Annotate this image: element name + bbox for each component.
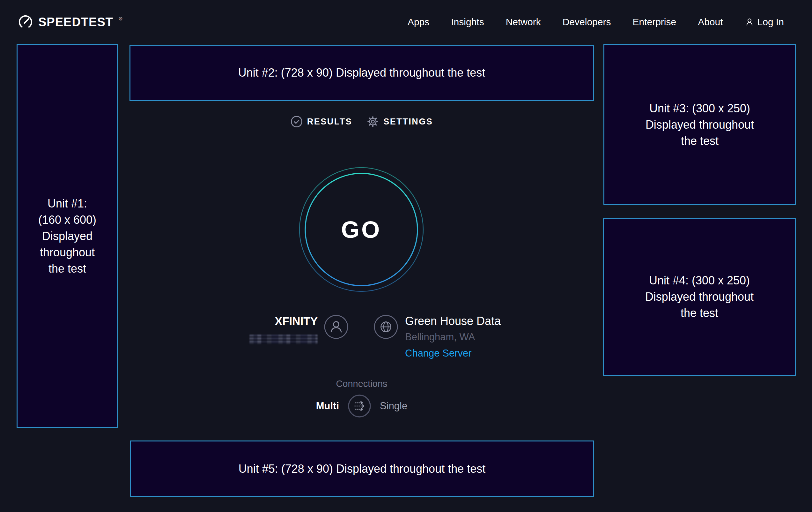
server-name: Green House Data [405, 315, 501, 327]
ad-unit-2-text: Unit #2: (728 x 90) Displayed throughout… [238, 64, 485, 81]
speedtest-page: SPEEDTEST ® Apps Insights Network Develo… [0, 0, 812, 512]
change-server-link[interactable]: Change Server [405, 348, 501, 359]
ad-unit-2[interactable]: Unit #2: (728 x 90) Displayed throughout… [129, 45, 594, 101]
nav-item-apps[interactable]: Apps [408, 17, 429, 27]
connection-info-row: XFINITY Green House Data Bellingham, WA … [0, 315, 812, 366]
login-button[interactable]: Log In [745, 17, 784, 27]
tab-settings[interactable]: SETTINGS [367, 115, 433, 128]
ad-unit-3[interactable]: Unit #3: (300 x 250) Displayed throughou… [603, 44, 796, 205]
logo-text: SPEEDTEST [38, 15, 113, 29]
nav-item-enterprise[interactable]: Enterprise [633, 17, 676, 27]
server-info: Green House Data Bellingham, WA Change S… [405, 315, 501, 359]
isp-user-icon [323, 314, 349, 340]
ad-unit-5-text: Unit #5: (728 x 90) Displayed throughout… [238, 461, 486, 477]
isp-name: XFINITY [223, 315, 318, 327]
nav-item-network[interactable]: Network [506, 17, 541, 27]
login-label: Log In [757, 17, 784, 27]
user-icon [745, 17, 754, 27]
connections-multi-option[interactable]: Multi [316, 400, 339, 412]
nav-item-developers[interactable]: Developers [562, 17, 611, 27]
go-button-label: GO [297, 166, 425, 293]
ad-unit-1[interactable]: Unit #1: (160 x 600) Displayed throughou… [17, 44, 118, 428]
gear-icon [367, 115, 379, 128]
ip-address-redacted [250, 334, 318, 344]
check-circle-icon [291, 115, 303, 128]
tab-results-label: RESULTS [307, 117, 352, 127]
multi-connection-toggle-icon[interactable] [347, 394, 372, 418]
ad-unit-5[interactable]: Unit #5: (728 x 90) Displayed throughout… [130, 440, 594, 497]
top-nav-bar: SPEEDTEST ® Apps Insights Network Develo… [0, 0, 812, 44]
ad-unit-4-text: Unit #4: (300 x 250) Displayed throughou… [645, 272, 754, 321]
connections-label: Connections [129, 379, 594, 389]
connections-single-option[interactable]: Single [380, 400, 407, 412]
server-globe-icon [373, 314, 399, 340]
logo-trademark: ® [119, 16, 122, 21]
ad-unit-1-text: Unit #1: (160 x 600) Displayed throughou… [38, 195, 96, 277]
server-location: Bellingham, WA [405, 332, 501, 343]
nav-item-insights[interactable]: Insights [451, 17, 484, 27]
speedometer-icon [18, 15, 33, 30]
go-button[interactable]: GO [297, 166, 425, 293]
tab-results[interactable]: RESULTS [291, 115, 352, 128]
results-settings-tabs: RESULTS SETTINGS [129, 115, 594, 128]
tab-settings-label: SETTINGS [383, 117, 433, 127]
connections-toggle-row: Multi Single [129, 394, 594, 418]
nav-item-about[interactable]: About [698, 17, 723, 27]
speedtest-logo[interactable]: SPEEDTEST ® [18, 15, 122, 30]
main-nav: Apps Insights Network Developers Enterpr… [408, 17, 784, 27]
ad-unit-3-text: Unit #3: (300 x 250) Displayed throughou… [645, 100, 754, 149]
